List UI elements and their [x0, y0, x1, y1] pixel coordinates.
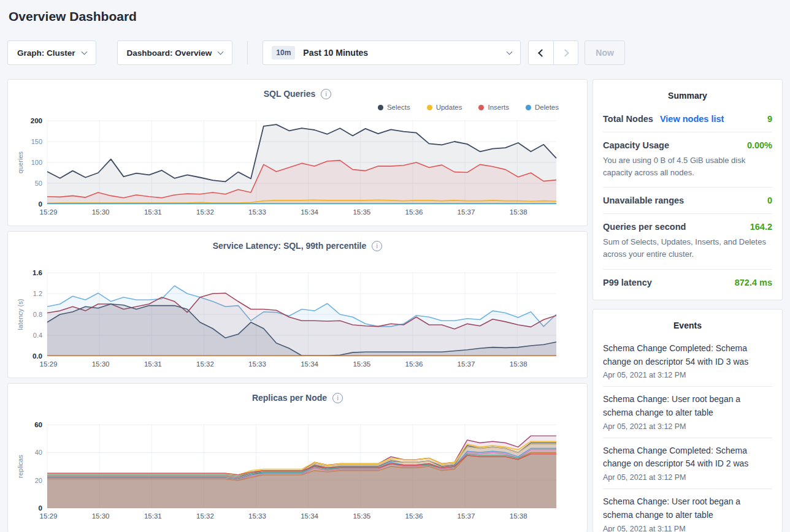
summary-list: Total Nodes View nodes list 9 Capacity U… [603, 106, 772, 295]
svg-text:latency (s): latency (s) [17, 299, 24, 330]
chevron-left-icon [538, 49, 546, 57]
dashboard-dropdown-label: Dashboard: Overview [127, 48, 212, 58]
replicas-per-node-plot[interactable]: replicas15:2915:3015:3115:3215:3315:3415… [8, 419, 587, 524]
svg-text:1.6: 1.6 [33, 269, 42, 276]
summary-item: Total Nodes View nodes list 9 [603, 106, 772, 132]
summary-item-value: 0.00% [747, 140, 772, 150]
chart-header: Replicas per Node i [8, 392, 587, 404]
graph-dropdown-label: Graph: Cluster [17, 48, 75, 58]
svg-text:15:31: 15:31 [144, 208, 162, 216]
charts-column: SQL Queries i SelectsUpdatesInsertsDelet… [7, 79, 588, 532]
svg-text:15:31: 15:31 [144, 512, 162, 520]
legend-label: Updates [436, 104, 462, 111]
service-latency-plot[interactable]: latency (s)15:2915:3015:3115:3215:3315:3… [8, 267, 587, 372]
summary-item-row: P99 latency 872.4 ms [603, 278, 772, 287]
svg-text:0.8: 0.8 [33, 311, 42, 318]
legend-item: Deletes [526, 104, 559, 111]
events-list: Schema Change Completed: Schema change o… [603, 336, 772, 532]
svg-text:0.0: 0.0 [33, 352, 42, 360]
svg-text:15:34: 15:34 [301, 512, 318, 520]
chart-title: Replicas per Node [252, 393, 327, 403]
info-icon[interactable]: i [332, 393, 343, 403]
svg-text:15:38: 15:38 [510, 208, 527, 216]
event-timestamp: Apr 05, 2021 at 3:12 PM [603, 371, 772, 379]
event-item[interactable]: Schema Change Completed: Schema change o… [603, 438, 772, 489]
time-range-selector[interactable]: 10m Past 10 Minutes [263, 40, 521, 65]
svg-text:15:35: 15:35 [353, 512, 370, 520]
svg-text:15:37: 15:37 [458, 360, 475, 368]
event-timestamp: Apr 05, 2021 at 3:11 PM [603, 525, 772, 532]
graph-dropdown[interactable]: Graph: Cluster [7, 40, 96, 65]
svg-text:1.2: 1.2 [33, 290, 42, 297]
svg-text:15:32: 15:32 [196, 512, 214, 520]
dashboard-dropdown[interactable]: Dashboard: Overview [117, 40, 233, 65]
legend-label: Deletes [535, 104, 559, 111]
chart-card-service-latency: Service Latency: SQL, 99th percentile i … [7, 231, 588, 378]
time-back-button[interactable] [529, 41, 553, 64]
svg-text:15:33: 15:33 [248, 360, 266, 368]
summary-item-value: 872.4 ms [735, 278, 772, 287]
summary-item-row: Capacity Usage 0.00% [603, 140, 772, 150]
chart-title: SQL Queries [264, 89, 316, 99]
summary-item-value: 164.2 [750, 222, 772, 232]
view-nodes-link[interactable]: View nodes list [660, 114, 724, 124]
svg-text:150: 150 [31, 138, 42, 145]
events-panel: Events Schema Change Completed: Schema c… [592, 309, 783, 532]
svg-text:15:36: 15:36 [405, 512, 423, 520]
summary-item: Unavailable ranges 0 [603, 188, 772, 214]
summary-item: Queries per second 164.2 Sum of Selects,… [603, 214, 772, 269]
legend-item: Selects [378, 104, 410, 111]
svg-text:15:37: 15:37 [458, 512, 475, 520]
chart-header: SQL Queries i [8, 88, 587, 100]
svg-text:60: 60 [34, 421, 42, 428]
now-button[interactable]: Now [585, 40, 625, 65]
chart-svg[interactable]: latency (s)15:2915:3015:3115:3215:3315:3… [15, 267, 566, 372]
event-item[interactable]: Schema Change: User root began a schema … [603, 489, 772, 532]
svg-text:50: 50 [35, 180, 42, 187]
chevron-down-icon [218, 48, 224, 55]
chevron-down-icon [507, 48, 513, 55]
event-timestamp: Apr 05, 2021 at 3:12 PM [603, 473, 772, 482]
summary-item-row: Total Nodes View nodes list 9 [603, 114, 772, 124]
legend-item: Inserts [478, 104, 509, 111]
svg-text:15:32: 15:32 [196, 208, 214, 216]
event-item[interactable]: Schema Change: User root began a schema … [603, 387, 772, 438]
chart-card-sql-queries: SQL Queries i SelectsUpdatesInsertsDelet… [7, 79, 588, 226]
summary-item-label: Capacity Usage [603, 140, 669, 150]
svg-text:100: 100 [31, 159, 42, 166]
summary-item-value: 9 [767, 114, 772, 124]
svg-text:0.4: 0.4 [33, 332, 42, 339]
svg-text:15:30: 15:30 [92, 208, 110, 216]
summary-item-label: Total Nodes [603, 114, 653, 124]
chevron-down-icon [81, 48, 87, 55]
legend-dot-icon [526, 105, 531, 110]
chart-svg[interactable]: queries15:2915:3015:3115:3215:3315:3415:… [15, 115, 566, 220]
event-item[interactable]: Schema Change Completed: Schema change o… [603, 336, 772, 387]
legend-label: Inserts [488, 104, 509, 111]
summary-item-label: Queries per second [603, 222, 686, 232]
chart-svg[interactable]: replicas15:2915:3015:3115:3215:3315:3415… [15, 419, 566, 524]
summary-item-subtext: Sum of Selects, Updates, Inserts, and De… [603, 236, 772, 260]
chevron-right-icon [561, 49, 569, 57]
svg-text:15:38: 15:38 [510, 360, 527, 368]
svg-text:15:30: 15:30 [92, 360, 110, 368]
svg-text:15:29: 15:29 [40, 208, 58, 216]
sql-queries-plot[interactable]: queries15:2915:3015:3115:3215:3315:3415:… [8, 115, 587, 220]
event-text: Schema Change Completed: Schema change o… [603, 444, 772, 471]
info-icon[interactable]: i [321, 89, 331, 99]
summary-item: P99 latency 872.4 ms [603, 270, 772, 295]
summary-item-subtext: You are using 0 B of 4.5 GiB usable disk… [603, 154, 772, 179]
main-content: SQL Queries i SelectsUpdatesInsertsDelet… [7, 79, 783, 532]
controls-bar: Graph: Cluster Dashboard: Overview 10m P… [7, 40, 783, 65]
svg-text:15:29: 15:29 [40, 512, 58, 520]
legend-label: Selects [387, 104, 410, 111]
summary-title: Summary [603, 91, 772, 101]
summary-item: Capacity Usage 0.00% You are using 0 B o… [603, 132, 772, 188]
svg-text:200: 200 [31, 117, 42, 124]
summary-item-value: 0 [767, 196, 772, 205]
time-forward-button[interactable] [553, 41, 578, 64]
spacer [8, 252, 587, 267]
svg-text:15:34: 15:34 [301, 208, 318, 216]
info-icon[interactable]: i [372, 241, 382, 251]
svg-text:15:29: 15:29 [40, 360, 58, 368]
